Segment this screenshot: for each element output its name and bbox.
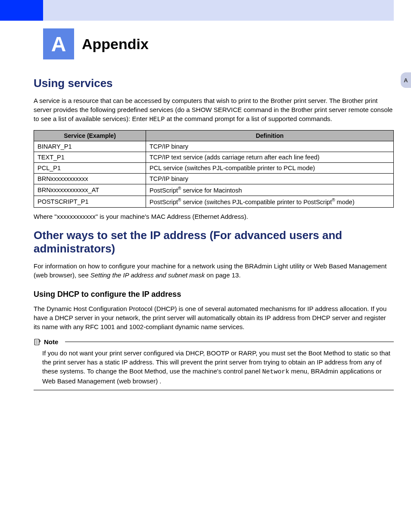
note-body-code: Network	[262, 368, 289, 376]
section-heading-ipaddress: Other ways to set the IP address (For ad…	[34, 229, 394, 255]
cell-service: BINARY_P1	[34, 141, 146, 152]
note-block: Note If you do not want your print serve…	[34, 338, 394, 390]
cell-definition: PostScript® service (switches PJL-compat…	[146, 196, 394, 207]
services-intro-post: at the command prompt for a list of supp…	[165, 115, 332, 122]
banner-blue-block	[0, 0, 43, 21]
note-divider	[65, 342, 394, 342]
banner-light-block	[43, 0, 394, 21]
dhcp-body: The Dynamic Host Configuration Protocol …	[34, 304, 394, 331]
table-row: BRNxxxxxxxxxxxx_ATPostScript® service fo…	[34, 184, 394, 196]
ip-intro-link[interactable]: Setting the IP address and subnet mask	[90, 271, 205, 279]
ip-intro: For information on how to configure your…	[34, 261, 394, 280]
table-row: POSTSCRIPT_P1PostScript® service (switch…	[34, 196, 394, 207]
top-banner	[0, 0, 411, 21]
services-intro: A service is a resource that can be acce…	[34, 96, 394, 124]
table-header-definition: Definition	[146, 131, 394, 141]
appendix-badge: A	[43, 28, 74, 59]
cell-service: BRNxxxxxxxxxxxx_AT	[34, 184, 146, 196]
table-row: BRNxxxxxxxxxxxxTCP/IP binary	[34, 174, 394, 184]
cell-service: PCL_P1	[34, 163, 146, 174]
appendix-header: A Appendix	[0, 28, 411, 59]
table-row: PCL_P1PCL service (switches PJL-compatib…	[34, 163, 394, 174]
subsection-heading-dhcp: Using DHCP to configure the IP address	[34, 290, 394, 299]
section-heading-services: Using services	[34, 77, 394, 90]
note-body: If you do not want your print server con…	[34, 346, 394, 390]
services-footnote: Where "xxxxxxxxxxxx" is your machine's M…	[34, 212, 394, 221]
cell-definition: TCP/IP binary	[146, 141, 394, 152]
cell-definition: TCP/IP binary	[146, 174, 394, 184]
services-table: Service (Example) Definition BINARY_P1TC…	[34, 130, 394, 208]
note-icon	[34, 338, 41, 346]
ip-intro-post: on page 13.	[205, 271, 240, 279]
appendix-title: Appendix	[82, 36, 149, 53]
cell-service: TEXT_P1	[34, 152, 146, 163]
table-row: TEXT_P1TCP/IP text service (adds carriag…	[34, 152, 394, 163]
note-label: Note	[44, 338, 58, 345]
side-tab[interactable]: A	[401, 72, 411, 88]
table-header-service: Service (Example)	[34, 131, 146, 141]
help-command: HELP	[149, 116, 165, 123]
cell-definition: TCP/IP text service (adds carriage retur…	[146, 152, 394, 163]
table-row: BINARY_P1TCP/IP binary	[34, 141, 394, 152]
cell-service: BRNxxxxxxxxxxxx	[34, 174, 146, 184]
cell-service: POSTSCRIPT_P1	[34, 196, 146, 207]
cell-definition: PCL service (switches PJL-compatible pri…	[146, 163, 394, 174]
cell-definition: PostScript® service for Macintosh	[146, 184, 394, 196]
